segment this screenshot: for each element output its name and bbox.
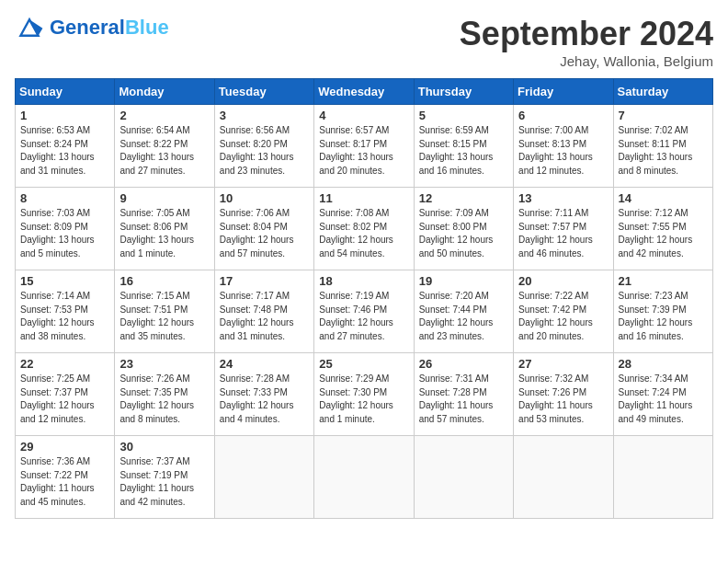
month-title: September 2024	[460, 15, 713, 53]
week-row-4: 22Sunrise: 7:25 AM Sunset: 7:37 PM Dayli…	[16, 353, 713, 436]
day-info: Sunrise: 7:17 AM Sunset: 7:48 PM Dayligh…	[220, 290, 309, 343]
calendar-cell: 24Sunrise: 7:28 AM Sunset: 7:33 PM Dayli…	[214, 353, 313, 436]
day-number: 1	[20, 109, 109, 122]
day-info: Sunrise: 7:28 AM Sunset: 7:33 PM Dayligh…	[220, 373, 309, 426]
day-number: 12	[419, 191, 508, 205]
day-info: Sunrise: 7:31 AM Sunset: 7:28 PM Dayligh…	[419, 373, 508, 426]
calendar-cell: 11Sunrise: 7:08 AM Sunset: 8:02 PM Dayli…	[314, 188, 414, 270]
calendar-table: Sunday Monday Tuesday Wednesday Thursday…	[15, 78, 713, 519]
calendar-cell	[314, 436, 414, 519]
week-row-1: 1Sunrise: 6:53 AM Sunset: 8:24 PM Daylig…	[16, 105, 713, 188]
logo-blue: Blue	[125, 16, 169, 39]
calendar-cell	[214, 436, 313, 519]
day-number: 18	[319, 274, 408, 288]
day-number: 17	[220, 274, 309, 288]
calendar-header-row: Sunday Monday Tuesday Wednesday Thursday…	[16, 79, 713, 105]
page-header: GeneralBlue September 2024 Jehay, Wallon…	[15, 15, 713, 69]
day-info: Sunrise: 7:09 AM Sunset: 8:00 PM Dayligh…	[419, 207, 508, 260]
calendar-cell: 1Sunrise: 6:53 AM Sunset: 8:24 PM Daylig…	[16, 105, 115, 188]
day-number: 23	[119, 357, 209, 371]
calendar-cell: 21Sunrise: 7:23 AM Sunset: 7:39 PM Dayli…	[613, 270, 712, 353]
day-number: 7	[619, 109, 708, 122]
calendar-cell: 19Sunrise: 7:20 AM Sunset: 7:44 PM Dayli…	[414, 270, 513, 353]
calendar-cell: 18Sunrise: 7:19 AM Sunset: 7:46 PM Dayli…	[314, 270, 414, 353]
calendar-cell: 2Sunrise: 6:54 AM Sunset: 8:22 PM Daylig…	[115, 105, 214, 188]
day-number: 16	[119, 274, 209, 288]
day-info: Sunrise: 7:25 AM Sunset: 7:37 PM Dayligh…	[20, 373, 109, 426]
calendar-cell: 7Sunrise: 7:02 AM Sunset: 8:11 PM Daylig…	[613, 105, 712, 188]
col-thursday: Thursday	[414, 79, 513, 105]
calendar-cell: 20Sunrise: 7:22 AM Sunset: 7:42 PM Dayli…	[514, 270, 613, 353]
day-info: Sunrise: 7:06 AM Sunset: 8:04 PM Dayligh…	[220, 207, 309, 260]
day-info: Sunrise: 7:03 AM Sunset: 8:09 PM Dayligh…	[20, 207, 109, 260]
day-info: Sunrise: 6:59 AM Sunset: 8:15 PM Dayligh…	[419, 124, 508, 178]
day-info: Sunrise: 6:53 AM Sunset: 8:24 PM Dayligh…	[20, 124, 109, 178]
day-info: Sunrise: 7:32 AM Sunset: 7:26 PM Dayligh…	[518, 373, 608, 426]
week-row-3: 15Sunrise: 7:14 AM Sunset: 7:53 PM Dayli…	[16, 270, 713, 353]
calendar-cell: 29Sunrise: 7:36 AM Sunset: 7:22 PM Dayli…	[16, 436, 115, 519]
day-number: 13	[518, 191, 608, 205]
day-info: Sunrise: 7:19 AM Sunset: 7:46 PM Dayligh…	[319, 290, 408, 343]
day-info: Sunrise: 7:22 AM Sunset: 7:42 PM Dayligh…	[518, 290, 608, 343]
logo-general: General	[50, 16, 125, 39]
calendar-cell: 28Sunrise: 7:34 AM Sunset: 7:24 PM Dayli…	[613, 353, 712, 436]
week-row-5: 29Sunrise: 7:36 AM Sunset: 7:22 PM Dayli…	[16, 436, 713, 519]
calendar-cell: 26Sunrise: 7:31 AM Sunset: 7:28 PM Dayli…	[414, 353, 513, 436]
day-number: 26	[419, 357, 508, 371]
day-number: 20	[518, 274, 608, 288]
day-info: Sunrise: 7:08 AM Sunset: 8:02 PM Dayligh…	[319, 207, 408, 260]
calendar-cell: 5Sunrise: 6:59 AM Sunset: 8:15 PM Daylig…	[414, 105, 513, 188]
day-number: 28	[619, 357, 708, 371]
day-info: Sunrise: 7:14 AM Sunset: 7:53 PM Dayligh…	[20, 290, 109, 343]
day-info: Sunrise: 7:36 AM Sunset: 7:22 PM Dayligh…	[20, 455, 109, 509]
day-info: Sunrise: 7:15 AM Sunset: 7:51 PM Dayligh…	[119, 290, 209, 343]
calendar-cell: 10Sunrise: 7:06 AM Sunset: 8:04 PM Dayli…	[214, 188, 313, 270]
day-info: Sunrise: 7:05 AM Sunset: 8:06 PM Dayligh…	[119, 207, 209, 260]
day-number: 6	[518, 109, 608, 122]
calendar-cell: 15Sunrise: 7:14 AM Sunset: 7:53 PM Dayli…	[16, 270, 115, 353]
calendar-cell	[414, 436, 513, 519]
calendar-cell: 27Sunrise: 7:32 AM Sunset: 7:26 PM Dayli…	[514, 353, 613, 436]
day-number: 19	[419, 274, 508, 288]
day-info: Sunrise: 7:02 AM Sunset: 8:11 PM Dayligh…	[619, 124, 708, 178]
calendar-cell: 6Sunrise: 7:00 AM Sunset: 8:13 PM Daylig…	[514, 105, 613, 188]
logo-icon	[15, 15, 44, 40]
day-number: 29	[20, 440, 109, 454]
day-number: 3	[220, 109, 309, 122]
calendar-cell: 23Sunrise: 7:26 AM Sunset: 7:35 PM Dayli…	[115, 353, 214, 436]
day-info: Sunrise: 6:56 AM Sunset: 8:20 PM Dayligh…	[220, 124, 309, 178]
col-monday: Monday	[115, 79, 214, 105]
day-number: 5	[419, 109, 508, 122]
day-number: 10	[220, 191, 309, 205]
day-info: Sunrise: 7:00 AM Sunset: 8:13 PM Dayligh…	[518, 124, 608, 178]
week-row-2: 8Sunrise: 7:03 AM Sunset: 8:09 PM Daylig…	[16, 188, 713, 270]
col-wednesday: Wednesday	[314, 79, 414, 105]
calendar-cell: 30Sunrise: 7:37 AM Sunset: 7:19 PM Dayli…	[115, 436, 214, 519]
day-info: Sunrise: 7:34 AM Sunset: 7:24 PM Dayligh…	[619, 373, 708, 426]
day-number: 30	[119, 440, 209, 454]
day-number: 8	[20, 191, 109, 205]
day-number: 24	[220, 357, 309, 371]
day-info: Sunrise: 7:12 AM Sunset: 7:55 PM Dayligh…	[619, 207, 708, 260]
col-sunday: Sunday	[16, 79, 115, 105]
day-number: 25	[319, 357, 408, 371]
logo: GeneralBlue	[15, 15, 169, 40]
calendar-cell: 16Sunrise: 7:15 AM Sunset: 7:51 PM Dayli…	[115, 270, 214, 353]
title-block: September 2024 Jehay, Wallonia, Belgium	[460, 15, 713, 69]
day-info: Sunrise: 7:37 AM Sunset: 7:19 PM Dayligh…	[119, 455, 209, 509]
day-info: Sunrise: 7:29 AM Sunset: 7:30 PM Dayligh…	[319, 373, 408, 426]
location: Jehay, Wallonia, Belgium	[460, 53, 713, 69]
calendar-cell: 22Sunrise: 7:25 AM Sunset: 7:37 PM Dayli…	[16, 353, 115, 436]
day-number: 22	[20, 357, 109, 371]
day-info: Sunrise: 7:11 AM Sunset: 7:57 PM Dayligh…	[518, 207, 608, 260]
logo-text: GeneralBlue	[50, 17, 169, 38]
day-number: 9	[119, 191, 209, 205]
day-number: 4	[319, 109, 408, 122]
day-info: Sunrise: 7:20 AM Sunset: 7:44 PM Dayligh…	[419, 290, 508, 343]
calendar-cell	[613, 436, 712, 519]
calendar-cell: 8Sunrise: 7:03 AM Sunset: 8:09 PM Daylig…	[16, 188, 115, 270]
day-number: 2	[119, 109, 209, 122]
calendar-cell: 12Sunrise: 7:09 AM Sunset: 8:00 PM Dayli…	[414, 188, 513, 270]
day-info: Sunrise: 7:23 AM Sunset: 7:39 PM Dayligh…	[619, 290, 708, 343]
col-saturday: Saturday	[613, 79, 712, 105]
